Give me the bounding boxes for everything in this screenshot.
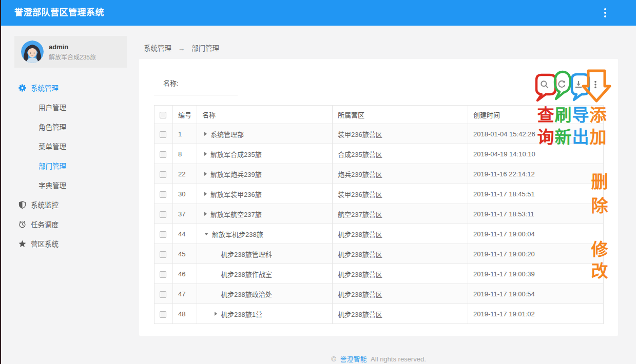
cell-name: 系统管理部 [197,124,333,144]
star-icon [18,240,26,248]
cell-created: 2019-11-17 19:00:04 [468,224,604,244]
cell-name: 机步238旅管理科 [197,244,333,264]
cell-camp: 装甲236旅营区 [333,184,468,204]
table-row: 46 机步238旅作战室 机步238旅营区 2019-11-17 [155,264,604,284]
refresh-icon [557,80,566,89]
sidebar-subitem-department-management[interactable]: 部门管理 [0,156,128,175]
row-checkbox[interactable] [160,251,166,258]
expand-caret-icon[interactable] [204,212,207,216]
cell-id: 22 [173,164,197,184]
cell-id: 47 [173,284,197,304]
cell-camp: 机步238旅营区 [333,244,468,264]
row-checkbox[interactable] [160,211,166,218]
sidebar-menu: 系统管理 用户管理 角色管理 菜单管理 部门管理 字典管理 系统监控 [0,78,128,253]
table-row: 1 系统管理部 装甲236旅营区 2018-01-04 15:42 [155,124,604,144]
sidebar-subitem-role-management[interactable]: 角色管理 [0,117,128,136]
search-button[interactable] [539,79,550,90]
cell-id: 30 [173,184,197,204]
cell-created: 2019-11-17 19:00:54 [468,284,604,304]
cell-id: 8 [173,144,197,164]
select-all-header [155,106,173,124]
department-name: 解放军炮兵239旅 [210,169,262,179]
sidebar-subitem-dictionary-management[interactable]: 字典管理 [0,175,128,195]
expand-caret-icon[interactable] [204,192,207,196]
cell-created: 2019-11-17 19:01:02 [468,304,604,324]
cell-name: 解放军合成235旅 [197,144,333,164]
alarm-clock-icon [18,220,26,228]
user-panel: admin 解放军合成235旅 [14,36,127,68]
main-area: 系统管理 → 部门管理 名称: [128,26,636,364]
footer: © 誉澄智能 All rights reserved. [139,354,618,363]
sidebar-item-system-management[interactable]: 系统管理 [0,78,128,97]
cell-id: 45 [173,244,197,264]
copyright-text: All rights reserved. [371,355,426,363]
breadcrumb-item-current: 部门管理 [191,45,219,52]
cell-created: 2019-04-19 14:10:10 [468,144,604,164]
row-checkbox[interactable] [160,271,166,278]
expand-caret-icon[interactable] [204,152,207,156]
row-checkbox[interactable] [160,131,166,138]
row-checkbox[interactable] [160,231,166,238]
row-checkbox[interactable] [160,311,166,318]
cell-created: 2019-11-17 19:00:39 [468,264,604,284]
collapse-caret-icon[interactable] [204,233,208,235]
row-checkbox[interactable] [160,171,166,178]
breadcrumb-separator: → [178,45,185,52]
user-name: admin [49,43,96,51]
row-checkbox[interactable] [160,291,166,298]
expand-caret-icon[interactable] [204,132,207,136]
column-header-id: 编号 [173,106,197,124]
expand-caret-icon[interactable] [204,172,207,176]
cell-created: 2018-01-04 15:42:26 [468,124,604,144]
sidebar-subitem-user-management[interactable]: 用户管理 [0,97,128,117]
sidebar: admin 解放军合成235旅 系统管理 用户管 [0,26,128,364]
department-name: 解放军合成235旅 [210,149,262,159]
row-checkbox[interactable] [160,191,166,198]
header-more-icon[interactable] [600,8,610,18]
table-row: 48 机步238旅1营 机步238旅营区 2019-11-17 1 [155,304,604,324]
select-all-checkbox[interactable] [160,112,166,118]
sidebar-item-camp-system[interactable]: 营区系统 [0,234,128,253]
name-filter: 名称: [154,75,238,95]
expand-caret-icon[interactable] [215,312,217,316]
department-name: 解放军装甲236旅 [210,189,262,199]
export-button[interactable] [573,79,584,90]
cell-name: 解放军炮兵239旅 [197,164,333,184]
cell-id: 46 [173,264,197,284]
name-filter-input[interactable] [181,79,227,87]
download-icon [574,80,583,89]
row-checkbox[interactable] [160,151,166,158]
cell-name: 机步238旅1营 [197,304,333,324]
column-header-camp: 所属营区 [333,106,468,124]
cell-name: 机步238旅作战室 [197,264,333,284]
department-name: 机步238旅作战室 [221,269,272,279]
department-name: 机步238旅1营 [221,309,262,319]
sidebar-subitem-menu-management[interactable]: 菜单管理 [0,136,128,156]
cell-created: 2019-11-17 19:00:20 [468,244,604,264]
sidebar-item-label: 系统管理 [31,83,59,93]
cell-camp: 装甲236旅营区 [333,124,468,144]
department-name: 系统管理部 [210,129,244,139]
more-actions-button[interactable] [590,79,601,90]
cell-camp: 航空237旅营区 [333,204,468,224]
cell-name: 解放军机步238旅 [197,224,333,244]
user-unit: 解放军合成235旅 [49,52,96,61]
column-header-name: 名称 [197,106,333,124]
cell-camp: 机步238旅营区 [333,264,468,284]
sidebar-item-system-monitor[interactable]: 系统监控 [0,195,128,214]
table-header-row: 编号 名称 所属营区 创建时间 [155,106,604,124]
company-link[interactable]: 誉澄智能 [340,355,367,363]
refresh-button[interactable] [556,79,567,90]
cell-camp: 机步238旅营区 [333,304,468,324]
gear-icon [18,84,26,92]
breadcrumb-item[interactable]: 系统管理 [144,45,171,52]
table-row: 30 解放军装甲236旅 装甲236旅营区 2019-11-17 [155,184,604,204]
cell-camp: 合成235旅营区 [333,144,468,164]
app-header: 誉澄部队营区管理系统 [0,0,636,26]
sidebar-item-task-schedule[interactable]: 任务调度 [0,214,128,234]
cell-id: 37 [173,204,197,224]
cell-created: 2019-11-17 18:45:51 [468,184,604,204]
cell-camp: 机步238旅营区 [333,224,468,244]
department-name: 机步238旅管理科 [221,249,272,259]
column-header-created: 创建时间 [468,106,604,124]
